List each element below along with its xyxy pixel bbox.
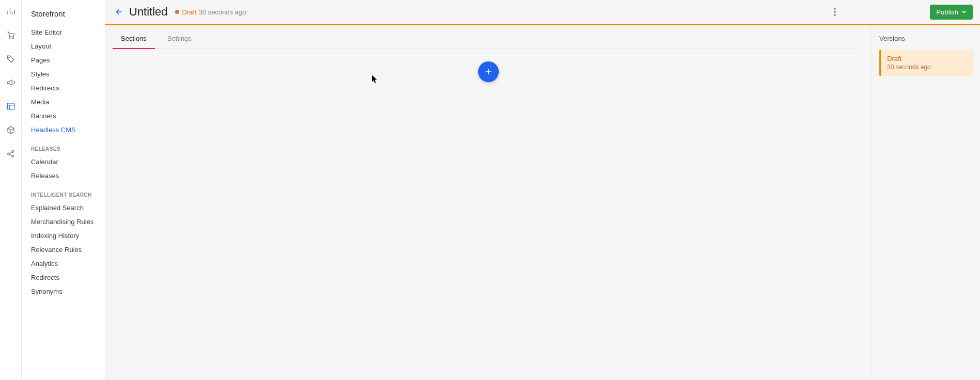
cursor-icon <box>372 75 378 83</box>
editor-pane: Sections Settings <box>105 25 872 380</box>
chevron-down-icon <box>961 9 967 14</box>
status-badge: Draft <box>182 8 197 16</box>
tab-sections[interactable]: Sections <box>119 35 149 49</box>
sidebar-item-merchandising-rules[interactable]: Merchandising Rules <box>22 215 105 229</box>
page-title: Untitled <box>129 5 168 19</box>
add-section-button[interactable] <box>478 61 499 82</box>
sidebar-heading-releases: RELEASES <box>22 137 105 155</box>
share-icon[interactable] <box>5 148 17 160</box>
sidebar-item-releases[interactable]: Releases <box>22 169 105 183</box>
sidebar-item-redirects-search[interactable]: Redirects <box>22 271 105 284</box>
sidebar-item-styles[interactable]: Styles <box>22 67 105 81</box>
topbar: Untitled Draft 30 seconds ago Publish <box>105 0 980 24</box>
plus-icon <box>484 67 493 76</box>
tab-settings[interactable]: Settings <box>165 35 194 49</box>
publish-button[interactable]: Publish <box>930 5 973 20</box>
sidebar: Storefront Site Editor Layout Pages Styl… <box>22 0 105 380</box>
icon-rail <box>0 0 22 380</box>
status-timestamp: 30 seconds ago <box>199 8 246 16</box>
version-status: Draft <box>887 55 967 62</box>
tabs: Sections Settings <box>119 35 858 49</box>
svg-point-2 <box>8 57 9 58</box>
svg-point-1 <box>12 38 13 39</box>
canvas <box>119 49 858 82</box>
svg-point-9 <box>834 14 836 15</box>
svg-point-8 <box>834 11 836 12</box>
cube-icon[interactable] <box>5 124 17 136</box>
publish-button-label: Publish <box>936 8 958 16</box>
sidebar-item-media[interactable]: Media <box>22 95 105 109</box>
svg-point-7 <box>834 8 836 9</box>
layout-icon[interactable] <box>5 100 17 113</box>
sidebar-item-analytics[interactable]: Analytics <box>22 257 105 271</box>
sidebar-item-relevance-rules[interactable]: Relevance Rules <box>22 243 105 257</box>
main-area: Untitled Draft 30 seconds ago Publish Se… <box>105 0 980 380</box>
version-time: 30 seconds ago <box>887 64 967 71</box>
sidebar-item-banners[interactable]: Banners <box>22 109 105 123</box>
sidebar-heading-intelligent-search: INTELLIGENT SEARCH <box>22 183 105 201</box>
sidebar-item-redirects[interactable]: Redirects <box>22 81 105 95</box>
versions-title: Versions <box>879 35 973 42</box>
sidebar-item-synonyms[interactable]: Synonyms <box>22 284 105 298</box>
sidebar-item-pages[interactable]: Pages <box>22 53 105 67</box>
sidebar-item-explained-search[interactable]: Explained Search <box>22 201 105 215</box>
tag-icon[interactable] <box>5 53 17 65</box>
chart-icon[interactable] <box>5 5 17 18</box>
svg-rect-3 <box>7 103 14 109</box>
sidebar-item-headless-cms[interactable]: Headless CMS <box>22 123 105 137</box>
content-row: Sections Settings Versions Draft 30 seco… <box>105 25 980 380</box>
megaphone-icon[interactable] <box>5 76 17 89</box>
version-card[interactable]: Draft 30 seconds ago <box>879 50 973 76</box>
back-button[interactable] <box>110 4 126 20</box>
sidebar-title: Storefront <box>22 9 105 25</box>
sidebar-item-calendar[interactable]: Calendar <box>22 155 105 169</box>
svg-point-0 <box>9 38 10 39</box>
sidebar-item-indexing-history[interactable]: Indexing History <box>22 229 105 243</box>
sidebar-item-site-editor[interactable]: Site Editor <box>22 25 105 39</box>
versions-panel: Versions Draft 30 seconds ago <box>872 25 980 380</box>
status-dot-icon <box>175 10 179 14</box>
more-menu-button[interactable] <box>828 5 842 19</box>
sidebar-item-layout[interactable]: Layout <box>22 39 105 53</box>
cart-icon[interactable] <box>5 29 17 41</box>
